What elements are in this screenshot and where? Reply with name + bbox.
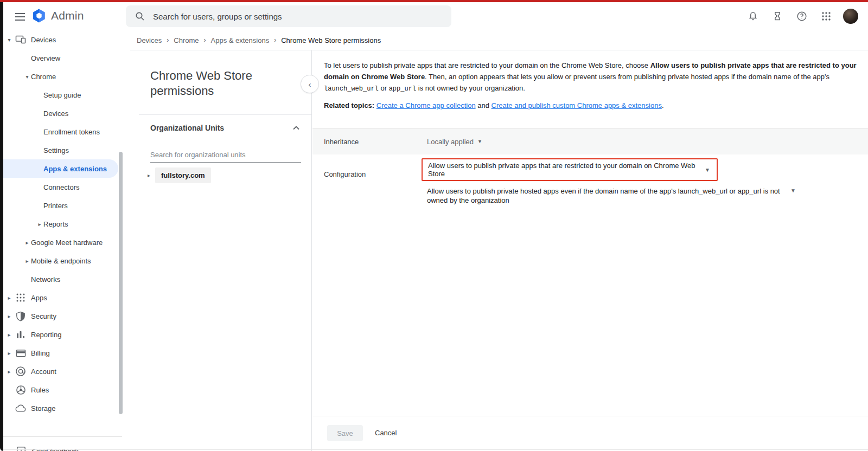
- window-accent-bar: [0, 0, 868, 2]
- sidebar-item-label: Apps: [31, 294, 47, 302]
- related-link-custom-apps[interactable]: Create and publish custom Chrome apps & …: [492, 101, 662, 109]
- dropdown-arrow-icon: ▼: [477, 139, 482, 144]
- account-icon: [15, 366, 26, 377]
- caret-right-icon[interactable]: ▸: [36, 221, 43, 227]
- sidebar-item-rules[interactable]: Rules: [3, 381, 130, 399]
- sidebar-item-storage[interactable]: Storage: [3, 399, 130, 417]
- configuration-dropdown-primary[interactable]: Allow users to publish private apps that…: [422, 158, 718, 181]
- sidebar-item-devices[interactable]: ▾Devices: [3, 30, 130, 49]
- sidebar-item-label: Connectors: [43, 183, 79, 191]
- sidebar-item-label: Security: [31, 312, 56, 320]
- sidebar-item-label: Networks: [31, 275, 60, 284]
- sidebar-item-overview[interactable]: Overview: [3, 49, 130, 67]
- inheritance-label: Inheritance: [312, 138, 422, 146]
- sidebar-item-apps-and-extensions[interactable]: Apps & extensions: [3, 159, 118, 178]
- app-header: Admin: [3, 2, 868, 30]
- sidebar-item-printers[interactable]: Printers: [3, 196, 130, 215]
- setting-description-block: To let users to publish private apps tha…: [312, 50, 868, 128]
- org-units-search-input[interactable]: [150, 150, 301, 163]
- breadcrumb-item-devices[interactable]: Devices: [137, 36, 162, 44]
- configuration-dropdown-secondary-value: Allow users to publish private hosted ap…: [422, 186, 790, 205]
- sidebar-item-settings[interactable]: Settings: [3, 141, 130, 159]
- breadcrumb-separator: ›: [274, 36, 276, 44]
- brand-name: Admin: [51, 9, 84, 22]
- sidebar-scrollbar[interactable]: [119, 152, 123, 414]
- sidebar-item-label: Storage: [31, 404, 56, 413]
- global-search-bar[interactable]: [126, 5, 451, 27]
- settings-side-panel: Chrome Web Store permissions Organizatio…: [139, 50, 312, 451]
- sidebar-item-label: Account: [31, 368, 56, 376]
- caret-right-icon[interactable]: ▸: [5, 369, 13, 375]
- breadcrumb-separator: ›: [204, 36, 206, 44]
- sidebar-item-label: Rules: [31, 386, 49, 394]
- security-icon: [15, 311, 26, 321]
- user-avatar[interactable]: [843, 9, 858, 24]
- brand-logo[interactable]: Admin: [31, 8, 84, 23]
- expand-caret-icon[interactable]: ▸: [148, 172, 155, 178]
- sidebar-item-enrollment-tokens[interactable]: Enrollment tokens: [3, 123, 130, 141]
- main-content: Devices › Chrome › Apps & extensions › C…: [130, 30, 868, 451]
- caret-right-icon[interactable]: ▸: [5, 332, 13, 338]
- sidebar-item-networks[interactable]: Networks: [3, 270, 130, 288]
- caret-right-icon[interactable]: ▸: [5, 313, 13, 319]
- org-unit-row[interactable]: ▸ fullstory.com: [139, 167, 311, 183]
- related-conjunction: and: [476, 101, 492, 109]
- configuration-dropdown-secondary[interactable]: Allow users to publish private hosted ap…: [422, 186, 823, 205]
- notifications-bell-icon[interactable]: [745, 9, 761, 24]
- cancel-button[interactable]: Cancel: [375, 429, 397, 437]
- setting-description: To let users to publish private apps tha…: [324, 60, 866, 95]
- sidebar-item-reporting[interactable]: ▸Reporting: [3, 325, 130, 344]
- storage-icon: [15, 403, 26, 414]
- org-unit-name[interactable]: fullstory.com: [155, 167, 211, 183]
- breadcrumb-item-apps-extensions[interactable]: Apps & extensions: [211, 36, 270, 44]
- sidebar-item-security[interactable]: ▸Security: [3, 307, 130, 325]
- apps-grid-icon[interactable]: [819, 9, 834, 24]
- sidebar-item-google-meet-hardware[interactable]: ▸Google Meet hardware: [3, 233, 130, 252]
- related-link-app-collection[interactable]: Create a Chrome app collection: [376, 101, 476, 109]
- caret-right-icon[interactable]: ▸: [23, 240, 31, 246]
- sidebar-item-chrome[interactable]: ▾Chrome: [3, 67, 130, 86]
- sidebar-item-label: Chrome: [31, 73, 56, 81]
- help-icon[interactable]: [794, 9, 809, 24]
- caret-right-icon[interactable]: ▸: [5, 295, 13, 301]
- caret-right-icon[interactable]: ▸: [5, 350, 13, 356]
- org-units-header: Organizational Units: [150, 124, 224, 132]
- rules-icon: [15, 384, 26, 395]
- configuration-row: Configuration Allow users to publish pri…: [312, 158, 868, 205]
- sidebar-item-label: Google Meet hardware: [31, 239, 103, 247]
- action-footer: Save Cancel: [312, 416, 868, 451]
- desc-segment: is not owned by your organization.: [416, 84, 525, 92]
- sidebar-nav: ▾DevicesOverview▾ChromeSetup guideDevice…: [3, 30, 130, 451]
- sidebar-item-devices[interactable]: Devices: [3, 104, 130, 123]
- sidebar-item-connectors[interactable]: Connectors: [3, 178, 130, 196]
- sidebar-item-reports[interactable]: ▸Reports: [3, 215, 130, 233]
- billing-icon: [15, 347, 26, 358]
- desc-code: launch_web_url: [324, 85, 379, 93]
- save-button[interactable]: Save: [327, 425, 363, 441]
- caret-down-icon[interactable]: ▾: [5, 37, 13, 43]
- search-input[interactable]: [153, 12, 435, 21]
- inheritance-dropdown[interactable]: Locally applied ▼: [422, 138, 482, 146]
- hourglass-icon[interactable]: [770, 9, 785, 24]
- desc-segment: To let users to publish private apps tha…: [324, 61, 650, 69]
- panel-collapse-button[interactable]: ‹: [301, 75, 319, 93]
- search-icon: [135, 11, 145, 22]
- chevron-up-icon[interactable]: [291, 123, 302, 133]
- sidebar-item-apps[interactable]: ▸Apps: [3, 288, 130, 307]
- desc-segment: or: [379, 84, 389, 92]
- sidebar-item-mobile-and-endpoints[interactable]: ▸Mobile & endpoints: [3, 252, 130, 270]
- sidebar-item-account[interactable]: ▸Account: [3, 362, 130, 381]
- sidebar-item-billing[interactable]: ▸Billing: [3, 344, 130, 362]
- caret-right-icon[interactable]: ▸: [23, 258, 31, 264]
- sidebar-item-setup-guide[interactable]: Setup guide: [3, 86, 130, 104]
- reporting-icon: [15, 329, 26, 340]
- inheritance-value: Locally applied: [427, 138, 474, 146]
- sidebar-item-label: Overview: [31, 54, 60, 62]
- feedback-icon: [16, 446, 26, 451]
- related-topics: Related topics: Create a Chrome app coll…: [324, 101, 868, 111]
- window-bottom-edge: [3, 449, 868, 450]
- main-menu-icon[interactable]: [14, 10, 27, 23]
- breadcrumb-item-chrome[interactable]: Chrome: [174, 36, 199, 44]
- desc-code: app_url: [389, 85, 416, 93]
- caret-down-icon[interactable]: ▾: [23, 74, 31, 80]
